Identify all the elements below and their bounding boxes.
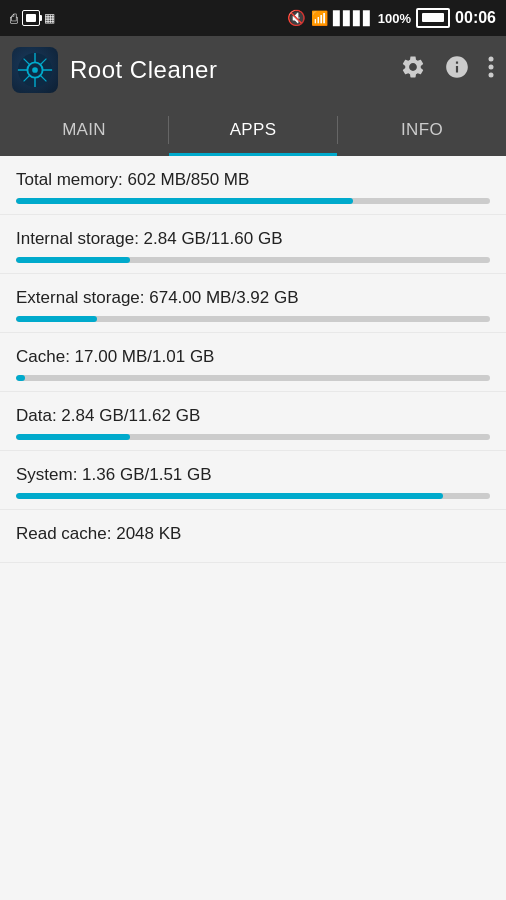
settings-button[interactable]	[400, 54, 426, 86]
stat-row: System: 1.36 GB/1.51 GB	[0, 451, 506, 510]
app-title: Root Cleaner	[70, 56, 217, 84]
stat-label: Data: 2.84 GB/11.62 GB	[16, 406, 490, 426]
progress-track	[16, 434, 490, 440]
stat-row: Read cache: 2048 KB	[0, 510, 506, 563]
progress-fill	[16, 434, 130, 440]
app-icon	[12, 47, 58, 93]
sim-icon: ▦	[44, 11, 55, 25]
progress-track	[16, 198, 490, 204]
clock: 00:06	[455, 9, 496, 27]
battery-percent: 100%	[378, 11, 411, 26]
title-actions	[400, 54, 494, 86]
stat-label: Total memory: 602 MB/850 MB	[16, 170, 490, 190]
svg-point-2	[32, 67, 38, 73]
signal-icon: ▋▋▋▋	[333, 11, 373, 26]
stat-row: Internal storage: 2.84 GB/11.60 GB	[0, 215, 506, 274]
progress-track	[16, 316, 490, 322]
progress-fill	[16, 198, 353, 204]
wifi-icon: 📶	[311, 10, 328, 26]
main-content: Total memory: 602 MB/850 MBInternal stor…	[0, 156, 506, 563]
progress-fill	[16, 375, 25, 381]
stat-label: Cache: 17.00 MB/1.01 GB	[16, 347, 490, 367]
battery-icon	[416, 8, 450, 28]
tab-main[interactable]: Main	[0, 104, 168, 156]
status-bar: ⎙ ▦ 🔇 📶 ▋▋▋▋ 100% 00:06	[0, 0, 506, 36]
progress-fill	[16, 257, 130, 263]
progress-fill	[16, 316, 97, 322]
svg-point-7	[489, 57, 494, 62]
stat-row: Total memory: 602 MB/850 MB	[0, 156, 506, 215]
tab-bar: Main Apps Info	[0, 104, 506, 156]
stat-row: Cache: 17.00 MB/1.01 GB	[0, 333, 506, 392]
tab-apps[interactable]: Apps	[169, 104, 337, 156]
mute-icon: 🔇	[287, 9, 306, 27]
progress-track	[16, 257, 490, 263]
status-right-icons: 🔇 📶 ▋▋▋▋ 100% 00:06	[287, 8, 496, 28]
svg-point-9	[489, 73, 494, 78]
usb-icon: ⎙	[10, 11, 18, 26]
stat-row: External storage: 674.00 MB/3.92 GB	[0, 274, 506, 333]
progress-track	[16, 375, 490, 381]
progress-track	[16, 493, 490, 499]
stat-label: Internal storage: 2.84 GB/11.60 GB	[16, 229, 490, 249]
info-button[interactable]	[444, 54, 470, 86]
stat-row: Data: 2.84 GB/11.62 GB	[0, 392, 506, 451]
svg-point-8	[489, 65, 494, 70]
battery-small-icon	[22, 10, 40, 26]
stat-label: External storage: 674.00 MB/3.92 GB	[16, 288, 490, 308]
stat-label: System: 1.36 GB/1.51 GB	[16, 465, 490, 485]
status-left-icons: ⎙ ▦	[10, 10, 55, 26]
progress-fill	[16, 493, 443, 499]
title-left: Root Cleaner	[12, 47, 217, 93]
title-bar: Root Cleaner	[0, 36, 506, 104]
stat-label: Read cache: 2048 KB	[16, 524, 490, 544]
more-button[interactable]	[488, 55, 494, 85]
tab-info[interactable]: Info	[338, 104, 506, 156]
